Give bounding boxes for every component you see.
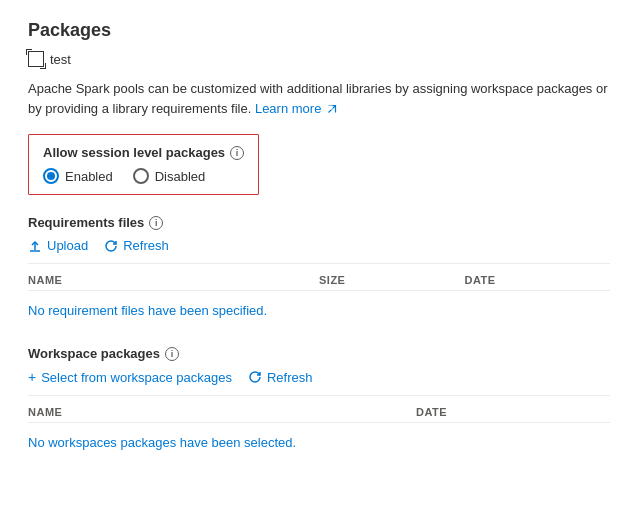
workspace-empty-message: No workspaces packages have been selecte…: [28, 427, 610, 458]
workspace-packages-toolbar: + Select from workspace packages Refresh: [28, 369, 610, 385]
requirements-section: Requirements files i Upload Refresh: [28, 215, 610, 326]
disabled-radio[interactable]: Disabled: [133, 168, 206, 184]
disabled-radio-label: Disabled: [155, 169, 206, 184]
enabled-radio[interactable]: Enabled: [43, 168, 113, 184]
pool-icon: [28, 51, 44, 67]
disabled-radio-circle: [133, 168, 149, 184]
workspace-refresh-button[interactable]: Refresh: [248, 370, 313, 385]
description-text: Apache Spark pools can be customized wit…: [28, 79, 610, 118]
requirements-info-icon[interactable]: i: [149, 216, 163, 230]
requirements-col-name: NAME: [28, 274, 319, 286]
session-packages-info-icon[interactable]: i: [230, 146, 244, 160]
upload-button[interactable]: Upload: [28, 238, 88, 253]
workspace-packages-section: Workspace packages i + Select from works…: [28, 346, 610, 458]
requirements-header: Requirements files i: [28, 215, 610, 230]
requirements-divider: [28, 263, 610, 264]
learn-more-link[interactable]: Learn more: [255, 101, 337, 116]
session-packages-box: Allow session level packages i Enabled D…: [28, 134, 259, 195]
requirements-empty-message: No requirement files have been specified…: [28, 295, 610, 326]
external-link-icon: [327, 104, 337, 114]
select-packages-label: Select from workspace packages: [41, 370, 232, 385]
page-title: Packages: [28, 20, 610, 41]
plus-icon: +: [28, 369, 36, 385]
session-packages-label: Allow session level packages i: [43, 145, 244, 160]
test-label: test: [28, 51, 610, 67]
requirements-col-size: SIZE: [319, 274, 465, 286]
session-packages-radio-group: Enabled Disabled: [43, 168, 244, 184]
upload-icon: [28, 239, 42, 253]
enabled-radio-circle: [43, 168, 59, 184]
requirements-refresh-icon: [104, 239, 118, 253]
pool-name: test: [50, 52, 71, 67]
requirements-toolbar: Upload Refresh: [28, 238, 610, 253]
requirements-table-header: NAME SIZE DATE: [28, 270, 610, 291]
requirements-refresh-label: Refresh: [123, 238, 169, 253]
workspace-packages-divider: [28, 395, 610, 396]
workspace-col-date: DATE: [416, 406, 610, 418]
enabled-radio-label: Enabled: [65, 169, 113, 184]
workspace-table-header: NAME DATE: [28, 402, 610, 423]
workspace-refresh-label: Refresh: [267, 370, 313, 385]
select-packages-button[interactable]: + Select from workspace packages: [28, 369, 232, 385]
upload-label: Upload: [47, 238, 88, 253]
workspace-packages-header: Workspace packages i: [28, 346, 610, 361]
workspace-col-name: NAME: [28, 406, 416, 418]
workspace-packages-info-icon[interactable]: i: [165, 347, 179, 361]
requirements-refresh-button[interactable]: Refresh: [104, 238, 169, 253]
requirements-col-date: DATE: [465, 274, 611, 286]
svg-rect-0: [329, 106, 333, 110]
workspace-refresh-icon: [248, 370, 262, 384]
